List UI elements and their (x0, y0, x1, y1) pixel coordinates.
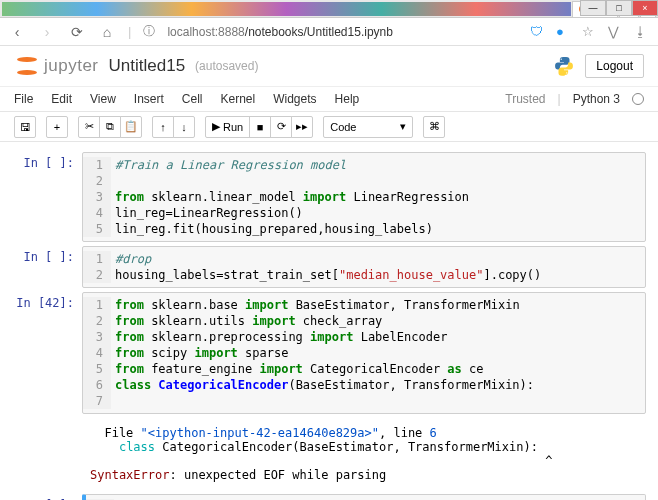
line-number: 2 (83, 173, 111, 189)
minimize-button[interactable]: — (580, 0, 606, 16)
code-line[interactable]: 2housing_labels=strat_train_set["median_… (83, 267, 645, 283)
code-text[interactable]: from sklearn.base import BaseEstimator, … (111, 297, 520, 313)
line-number: 4 (83, 205, 111, 221)
restart-button[interactable]: ⟳ (270, 116, 292, 138)
code-cell[interactable]: In [ ]:1 (12, 494, 646, 500)
line-number: 5 (83, 361, 111, 377)
code-text[interactable]: lin_reg=LinearRegression() (111, 205, 303, 221)
output-cell: File "<ipython-input-42-ea14640e829a>", … (12, 418, 646, 490)
command-palette-button[interactable]: ⌘ (423, 116, 445, 138)
jupyter-logo[interactable]: jupyter (14, 53, 99, 79)
code-line[interactable]: 1#drop (83, 251, 645, 267)
menu-widgets[interactable]: Widgets (273, 92, 316, 106)
code-text[interactable]: from sklearn.utils import check_array (111, 313, 382, 329)
paste-button[interactable]: 📋 (120, 116, 142, 138)
line-number: 3 (83, 329, 111, 345)
kernel-name[interactable]: Python 3 (573, 92, 620, 106)
back-button[interactable]: ‹ (8, 23, 26, 41)
jupyter-header: jupyter Untitled15 (autosaved) Logout (0, 46, 658, 86)
restart-run-all-button[interactable]: ▸▸ (291, 116, 313, 138)
line-number: 5 (83, 221, 111, 237)
code-text[interactable]: from sklearn.linear_model import LinearR… (111, 189, 469, 205)
code-cell[interactable]: In [ ]:1#Train a Linear Regression model… (12, 152, 646, 242)
run-button[interactable]: ▶ Run (205, 116, 250, 138)
menubar: File Edit View Insert Cell Kernel Widget… (0, 86, 658, 112)
code-cell[interactable]: In [ ]:1#drop2housing_labels=strat_train… (12, 246, 646, 288)
move-up-button[interactable]: ↑ (152, 116, 174, 138)
code-line[interactable]: 4lin_reg=LinearRegression() (83, 205, 645, 221)
code-line[interactable]: 1#Train a Linear Regression model (83, 157, 645, 173)
input-prompt: In [ ]: (12, 494, 82, 500)
save-button[interactable]: 🖫 (14, 116, 36, 138)
cell-type-select[interactable]: Code▾ (323, 116, 413, 138)
output-area: File "<ipython-input-42-ea14640e829a>", … (82, 418, 646, 490)
code-text[interactable]: from feature_engine import CategoricalEn… (111, 361, 484, 377)
close-window-button[interactable]: × (632, 0, 658, 16)
python-icon (553, 55, 575, 77)
code-text[interactable]: #drop (111, 251, 151, 267)
notebook-title[interactable]: Untitled15 (109, 56, 186, 76)
code-text[interactable]: from scipy import sparse (111, 345, 288, 361)
line-number: 1 (83, 251, 111, 267)
add-cell-button[interactable]: + (46, 116, 68, 138)
menu-cell[interactable]: Cell (182, 92, 203, 106)
notebook-container[interactable]: In [ ]:1#Train a Linear Regression model… (0, 142, 658, 500)
line-number: 1 (83, 297, 111, 313)
output-prompt (12, 418, 82, 490)
shield-icon[interactable]: 🛡 (530, 24, 546, 40)
code-line[interactable]: 5from feature_engine import CategoricalE… (83, 361, 645, 377)
kernel-indicator-icon (632, 93, 644, 105)
code-line[interactable]: 7 (83, 393, 645, 409)
input-prompt: In [42]: (12, 292, 82, 414)
input-prompt: In [ ]: (12, 152, 82, 242)
code-text[interactable] (111, 173, 115, 189)
code-line[interactable]: 6class CategoricalEncoder(BaseEstimator,… (83, 377, 645, 393)
line-number: 1 (83, 157, 111, 173)
maximize-button[interactable]: □ (606, 0, 632, 16)
code-line[interactable]: 2 (83, 173, 645, 189)
forward-button[interactable]: › (38, 23, 56, 41)
bookmark-icon[interactable]: ☆ (582, 24, 598, 40)
site-info-icon[interactable]: ⓘ (143, 23, 155, 40)
cut-button[interactable]: ✂ (78, 116, 100, 138)
sync-icon[interactable]: ● (556, 24, 572, 40)
code-text[interactable]: housing_labels=strat_train_set["median_h… (111, 267, 541, 283)
line-number: 7 (83, 393, 111, 409)
menu-kernel[interactable]: Kernel (221, 92, 256, 106)
menu-help[interactable]: Help (335, 92, 360, 106)
pocket-icon[interactable]: ⋁ (608, 24, 624, 40)
line-number: 4 (83, 345, 111, 361)
code-text[interactable]: from sklearn.preprocessing import LabelE… (111, 329, 447, 345)
logout-button[interactable]: Logout (585, 54, 644, 78)
menu-edit[interactable]: Edit (51, 92, 72, 106)
code-cell[interactable]: In [42]:1from sklearn.base import BaseEs… (12, 292, 646, 414)
address-bar[interactable]: localhost:8888/notebooks/Untitled15.ipyn… (167, 25, 393, 39)
menu-insert[interactable]: Insert (134, 92, 164, 106)
code-text[interactable] (111, 393, 115, 409)
line-number: 2 (83, 267, 111, 283)
code-line[interactable]: 1from sklearn.base import BaseEstimator,… (83, 297, 645, 313)
code-input[interactable]: 1 (82, 494, 646, 500)
code-input[interactable]: 1#drop2housing_labels=strat_train_set["m… (82, 246, 646, 288)
code-text[interactable]: #Train a Linear Regression model (111, 157, 346, 173)
line-number: 2 (83, 313, 111, 329)
code-line[interactable]: 2from sklearn.utils import check_array (83, 313, 645, 329)
copy-button[interactable]: ⧉ (99, 116, 121, 138)
trusted-label[interactable]: Trusted (505, 92, 545, 106)
code-line[interactable]: 4from scipy import sparse (83, 345, 645, 361)
code-text[interactable]: class CategoricalEncoder(BaseEstimator, … (111, 377, 534, 393)
code-input[interactable]: 1#Train a Linear Regression model23from … (82, 152, 646, 242)
interrupt-button[interactable]: ■ (249, 116, 271, 138)
code-line[interactable]: 3from sklearn.preprocessing import Label… (83, 329, 645, 345)
code-line[interactable]: 3from sklearn.linear_model import Linear… (83, 189, 645, 205)
download-icon[interactable]: ⭳ (634, 24, 650, 40)
refresh-button[interactable]: ⟳ (68, 23, 86, 41)
menu-file[interactable]: File (14, 92, 33, 106)
code-text[interactable]: lin_reg.fit(housing_prepared,housing_lab… (111, 221, 433, 237)
code-line[interactable]: 5lin_reg.fit(housing_prepared,housing_la… (83, 221, 645, 237)
move-down-button[interactable]: ↓ (173, 116, 195, 138)
code-input[interactable]: 1from sklearn.base import BaseEstimator,… (82, 292, 646, 414)
home-button[interactable]: ⌂ (98, 23, 116, 41)
menu-view[interactable]: View (90, 92, 116, 106)
line-number: 6 (83, 377, 111, 393)
